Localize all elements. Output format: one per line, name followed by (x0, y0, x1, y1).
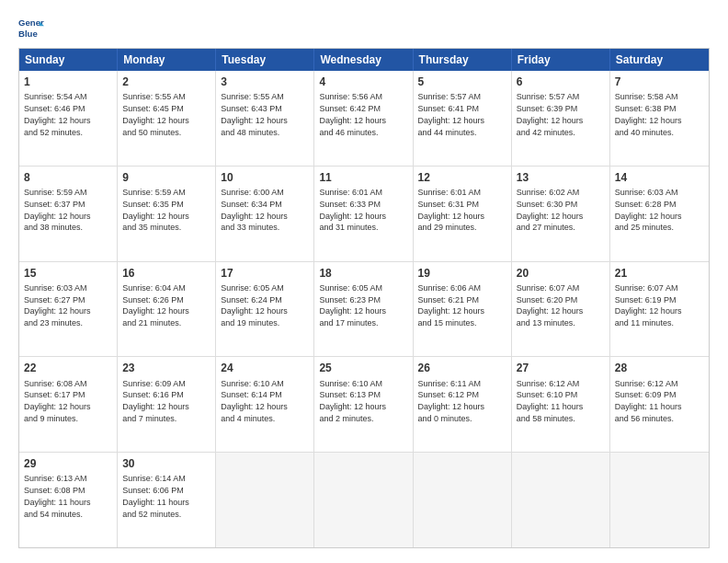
calendar-header: SundayMondayTuesdayWednesdayThursdayFrid… (19, 49, 709, 71)
day-cell-15: 15Sunrise: 6:03 AM Sunset: 6:27 PM Dayli… (19, 262, 118, 357)
calendar-page: General Blue SundayMondayTuesdayWednesda… (0, 0, 728, 563)
day-info: Sunrise: 6:03 AM Sunset: 6:27 PM Dayligh… (24, 283, 91, 327)
day-number: 12 (418, 170, 506, 185)
empty-cell (610, 453, 709, 547)
day-cell-19: 19Sunrise: 6:06 AM Sunset: 6:21 PM Dayli… (414, 262, 512, 357)
day-number: 7 (615, 75, 704, 89)
calendar-row-5: 29Sunrise: 6:13 AM Sunset: 6:08 PM Dayli… (19, 452, 709, 547)
day-number: 28 (615, 361, 704, 375)
day-info: Sunrise: 5:54 AM Sunset: 6:46 PM Dayligh… (24, 92, 91, 136)
day-cell-13: 13Sunrise: 6:02 AM Sunset: 6:30 PM Dayli… (512, 167, 610, 261)
day-cell-10: 10Sunrise: 6:00 AM Sunset: 6:34 PM Dayli… (216, 167, 314, 261)
day-number: 23 (122, 361, 210, 375)
day-cell-21: 21Sunrise: 6:07 AM Sunset: 6:19 PM Dayli… (610, 262, 709, 357)
day-number: 3 (221, 75, 309, 89)
day-info: Sunrise: 5:58 AM Sunset: 6:38 PM Dayligh… (615, 92, 682, 136)
day-info: Sunrise: 6:08 AM Sunset: 6:17 PM Dayligh… (24, 379, 91, 423)
day-info: Sunrise: 5:56 AM Sunset: 6:42 PM Dayligh… (319, 92, 386, 136)
day-number: 14 (615, 170, 704, 185)
day-cell-28: 28Sunrise: 6:12 AM Sunset: 6:09 PM Dayli… (610, 357, 709, 452)
day-cell-26: 26Sunrise: 6:11 AM Sunset: 6:12 PM Dayli… (414, 357, 512, 452)
day-number: 26 (418, 361, 506, 375)
day-number: 24 (221, 361, 309, 375)
day-cell-18: 18Sunrise: 6:05 AM Sunset: 6:23 PM Dayli… (314, 262, 413, 357)
day-number: 16 (122, 266, 210, 281)
day-cell-22: 22Sunrise: 6:08 AM Sunset: 6:17 PM Dayli… (19, 357, 118, 452)
day-info: Sunrise: 6:11 AM Sunset: 6:12 PM Dayligh… (418, 379, 485, 423)
day-info: Sunrise: 5:55 AM Sunset: 6:45 PM Dayligh… (122, 92, 189, 136)
day-info: Sunrise: 6:05 AM Sunset: 6:24 PM Dayligh… (221, 283, 288, 327)
day-cell-14: 14Sunrise: 6:03 AM Sunset: 6:28 PM Dayli… (610, 167, 709, 261)
day-info: Sunrise: 6:02 AM Sunset: 6:30 PM Dayligh… (517, 188, 584, 232)
logo-icon: General Blue (18, 15, 44, 40)
day-number: 5 (418, 75, 506, 89)
day-number: 8 (24, 170, 112, 185)
day-number: 1 (24, 75, 112, 89)
day-cell-4: 4Sunrise: 5:56 AM Sunset: 6:42 PM Daylig… (314, 71, 413, 166)
day-number: 10 (221, 170, 309, 185)
calendar-row-3: 15Sunrise: 6:03 AM Sunset: 6:27 PM Dayli… (19, 261, 709, 357)
day-info: Sunrise: 6:14 AM Sunset: 6:06 PM Dayligh… (122, 474, 189, 518)
day-number: 9 (122, 170, 210, 185)
day-cell-23: 23Sunrise: 6:09 AM Sunset: 6:16 PM Dayli… (118, 357, 216, 452)
day-cell-7: 7Sunrise: 5:58 AM Sunset: 6:38 PM Daylig… (610, 71, 709, 166)
day-number: 13 (517, 170, 605, 185)
day-number: 18 (319, 266, 407, 281)
day-info: Sunrise: 6:09 AM Sunset: 6:16 PM Dayligh… (122, 379, 189, 423)
day-cell-2: 2Sunrise: 5:55 AM Sunset: 6:45 PM Daylig… (118, 71, 216, 166)
day-info: Sunrise: 6:00 AM Sunset: 6:34 PM Dayligh… (221, 188, 288, 232)
logo: General Blue (18, 15, 48, 40)
svg-text:Blue: Blue (18, 29, 38, 39)
day-cell-30: 30Sunrise: 6:14 AM Sunset: 6:06 PM Dayli… (118, 453, 216, 547)
header-day-tuesday: Tuesday (216, 49, 314, 71)
day-number: 25 (319, 361, 407, 375)
day-number: 20 (517, 266, 605, 281)
day-info: Sunrise: 5:55 AM Sunset: 6:43 PM Dayligh… (221, 92, 288, 136)
header-day-monday: Monday (118, 49, 216, 71)
day-cell-16: 16Sunrise: 6:04 AM Sunset: 6:26 PM Dayli… (118, 262, 216, 357)
day-info: Sunrise: 6:04 AM Sunset: 6:26 PM Dayligh… (122, 283, 189, 327)
calendar-row-4: 22Sunrise: 6:08 AM Sunset: 6:17 PM Dayli… (19, 356, 709, 452)
day-info: Sunrise: 6:12 AM Sunset: 6:09 PM Dayligh… (615, 379, 682, 423)
day-info: Sunrise: 5:59 AM Sunset: 6:37 PM Dayligh… (24, 188, 91, 232)
day-cell-5: 5Sunrise: 5:57 AM Sunset: 6:41 PM Daylig… (414, 71, 512, 166)
calendar-body: 1Sunrise: 5:54 AM Sunset: 6:46 PM Daylig… (19, 71, 709, 547)
day-info: Sunrise: 6:07 AM Sunset: 6:19 PM Dayligh… (615, 283, 682, 327)
day-cell-8: 8Sunrise: 5:59 AM Sunset: 6:37 PM Daylig… (19, 167, 118, 261)
header-day-friday: Friday (512, 49, 610, 71)
day-number: 19 (418, 266, 506, 281)
header-day-saturday: Saturday (610, 49, 709, 71)
day-info: Sunrise: 6:13 AM Sunset: 6:08 PM Dayligh… (24, 474, 91, 518)
empty-cell (414, 453, 512, 547)
day-cell-27: 27Sunrise: 6:12 AM Sunset: 6:10 PM Dayli… (512, 357, 610, 452)
day-info: Sunrise: 6:10 AM Sunset: 6:14 PM Dayligh… (221, 379, 288, 423)
day-info: Sunrise: 5:57 AM Sunset: 6:39 PM Dayligh… (517, 92, 584, 136)
day-info: Sunrise: 5:59 AM Sunset: 6:35 PM Dayligh… (122, 188, 189, 232)
header-day-wednesday: Wednesday (314, 49, 413, 71)
day-info: Sunrise: 6:07 AM Sunset: 6:20 PM Dayligh… (517, 283, 584, 327)
day-info: Sunrise: 6:03 AM Sunset: 6:28 PM Dayligh… (615, 188, 682, 232)
day-info: Sunrise: 6:05 AM Sunset: 6:23 PM Dayligh… (319, 283, 386, 327)
day-cell-6: 6Sunrise: 5:57 AM Sunset: 6:39 PM Daylig… (512, 71, 610, 166)
day-cell-12: 12Sunrise: 6:01 AM Sunset: 6:31 PM Dayli… (414, 167, 512, 261)
calendar-row-2: 8Sunrise: 5:59 AM Sunset: 6:37 PM Daylig… (19, 166, 709, 261)
day-number: 4 (319, 75, 407, 89)
page-header: General Blue (18, 15, 710, 40)
day-number: 11 (319, 170, 407, 185)
day-number: 22 (24, 361, 112, 375)
day-number: 2 (122, 75, 210, 89)
header-day-thursday: Thursday (414, 49, 512, 71)
day-number: 29 (24, 456, 112, 471)
day-cell-20: 20Sunrise: 6:07 AM Sunset: 6:20 PM Dayli… (512, 262, 610, 357)
day-cell-29: 29Sunrise: 6:13 AM Sunset: 6:08 PM Dayli… (19, 453, 118, 547)
day-info: Sunrise: 6:12 AM Sunset: 6:10 PM Dayligh… (517, 379, 584, 423)
calendar-row-1: 1Sunrise: 5:54 AM Sunset: 6:46 PM Daylig… (19, 71, 709, 166)
day-number: 21 (615, 266, 704, 281)
day-number: 17 (221, 266, 309, 281)
day-info: Sunrise: 6:01 AM Sunset: 6:31 PM Dayligh… (418, 188, 485, 232)
day-cell-24: 24Sunrise: 6:10 AM Sunset: 6:14 PM Dayli… (216, 357, 314, 452)
day-cell-25: 25Sunrise: 6:10 AM Sunset: 6:13 PM Dayli… (314, 357, 413, 452)
empty-cell (314, 453, 413, 547)
header-day-sunday: Sunday (19, 49, 118, 71)
day-cell-11: 11Sunrise: 6:01 AM Sunset: 6:33 PM Dayli… (314, 167, 413, 261)
